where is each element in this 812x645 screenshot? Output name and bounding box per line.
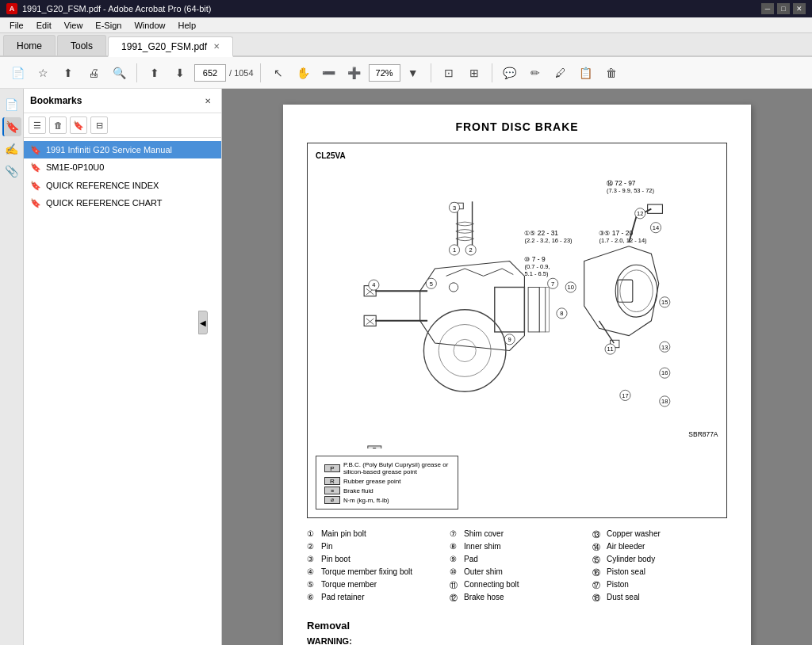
pen-button[interactable]: ✏ bbox=[524, 62, 546, 84]
svg-text:7: 7 bbox=[551, 281, 554, 288]
tab-tools[interactable]: Tools bbox=[57, 35, 106, 55]
prev-page-button[interactable]: ⬆ bbox=[144, 62, 166, 84]
svg-text:18: 18 bbox=[661, 398, 668, 405]
print-button[interactable]: 🖨 bbox=[82, 62, 105, 84]
title-bar-text: 1991_G20_FSM.pdf - Adobe Acrobat Pro (64… bbox=[22, 4, 761, 13]
part-name-1: Main pin bolt bbox=[321, 529, 366, 540]
part-item-13: ⑬ Copper washer bbox=[592, 529, 727, 540]
legend-clearfix: P P.B.C. (Poly Butyl Cuprysil) grease or… bbox=[316, 451, 718, 510]
svg-text:(7.3 - 9.9, 53 - 72): (7.3 - 9.9, 53 - 72) bbox=[607, 187, 655, 194]
close-button[interactable]: ✕ bbox=[793, 3, 806, 14]
zoom-in-button[interactable]: ➕ bbox=[343, 62, 366, 84]
toolbar-separator-1 bbox=[136, 63, 137, 82]
sidebar-close-button[interactable]: ✕ bbox=[201, 94, 215, 108]
toolbar-separator-4 bbox=[492, 63, 492, 82]
zoom-out-button[interactable]: ➖ bbox=[318, 62, 340, 84]
page-title: FRONT DISC BRAKE bbox=[307, 120, 727, 133]
zoom-dropdown-button[interactable]: ▼ bbox=[402, 62, 424, 84]
share-button[interactable]: ⬆ bbox=[57, 62, 79, 84]
next-page-button[interactable]: ⬇ bbox=[169, 62, 191, 84]
pdf-area[interactable]: FRONT DISC BRAKE CL25VA ⑭ 72 - 97 (7.3 -… bbox=[222, 89, 812, 645]
minimize-button[interactable]: ─ bbox=[761, 3, 774, 14]
legend-symbol-p: P bbox=[324, 464, 340, 472]
part-name-3: Pin boot bbox=[321, 555, 350, 566]
legend-row-1: P P.B.C. (Poly Butyl Cuprysil) grease or… bbox=[324, 461, 450, 475]
sidebar-header: Bookmarks ✕ bbox=[24, 89, 221, 113]
bookmark-icon-1: 🔖 bbox=[30, 145, 41, 155]
bookmark-item-4[interactable]: 🔖 QUICK REFERENCE CHART bbox=[24, 194, 221, 212]
bookmark-icon-2: 🔖 bbox=[30, 162, 41, 173]
comment-button[interactable]: 💬 bbox=[499, 62, 521, 84]
svg-text:③⑤ 17 - 20: ③⑤ 17 - 20 bbox=[599, 229, 633, 237]
part-item-8: ⑧ Inner shim bbox=[450, 542, 584, 553]
delete-bookmark-button[interactable]: 🗑 bbox=[49, 116, 67, 134]
stamp-button[interactable]: 📋 bbox=[575, 62, 597, 84]
bookmark-item-2[interactable]: 🔖 SM1E-0P10U0 bbox=[24, 158, 221, 176]
svg-text:10: 10 bbox=[568, 284, 574, 291]
tab-document[interactable]: 1991_G20_FSM.pdf ✕ bbox=[108, 36, 233, 57]
part-name-14: Air bleeder bbox=[607, 542, 645, 553]
svg-text:15: 15 bbox=[661, 299, 668, 306]
menu-view[interactable]: View bbox=[58, 19, 90, 32]
svg-text:①⑤ 22 - 31: ①⑤ 22 - 31 bbox=[524, 229, 558, 237]
bookmark-list: 🔖 1991 Infiniti G20 Service Manual 🔖 SM1… bbox=[24, 138, 221, 645]
main-area: 📄 🔖 ✍ 📎 Bookmarks ✕ ☰ 🗑 🔖 ⊟ 🔖 1991 Infin… bbox=[0, 89, 812, 645]
legend-symbol-nm: ⌀ bbox=[324, 496, 340, 504]
legend-text-fluid: Brake fluid bbox=[343, 487, 373, 494]
legend-symbol-fluid: ≡ bbox=[324, 487, 340, 494]
part-item-6: ⑥ Pad retainer bbox=[307, 593, 442, 604]
part-item-4: ④ Torque member fixing bolt bbox=[307, 567, 442, 578]
legend-text-p: P.B.C. (Poly Butyl Cuprysil) grease orsi… bbox=[343, 461, 448, 475]
menu-window[interactable]: Window bbox=[128, 19, 171, 32]
menu-edit[interactable]: Edit bbox=[30, 19, 58, 32]
new-bookmark-button[interactable]: 🔖 bbox=[70, 116, 87, 134]
svg-text:P: P bbox=[373, 446, 377, 448]
sidebar-collapse-button[interactable]: ◀ bbox=[198, 311, 208, 334]
new-button[interactable]: 📄 bbox=[6, 62, 29, 84]
fit-page-button[interactable]: ⊡ bbox=[438, 62, 460, 84]
page-number-input[interactable] bbox=[194, 64, 226, 82]
svg-text:14: 14 bbox=[653, 224, 659, 231]
menu-file[interactable]: File bbox=[3, 19, 30, 32]
full-screen-button[interactable]: ⊞ bbox=[463, 62, 485, 84]
menu-esign[interactable]: E-Sign bbox=[89, 19, 128, 32]
menu-help[interactable]: Help bbox=[172, 19, 203, 32]
part-item-12: ⑫ Brake hose bbox=[450, 593, 584, 604]
bookmark-options-button[interactable]: ⊟ bbox=[90, 116, 108, 134]
title-bar-controls: ─ □ ✕ bbox=[761, 3, 806, 14]
highlight-button[interactable]: 🖊 bbox=[550, 62, 572, 84]
brake-diagram: ⑭ 72 - 97 (7.3 - 9.9, 53 - 72) ①⑤ 22 - 3… bbox=[316, 163, 718, 448]
svg-text:SBR877A: SBR877A bbox=[688, 430, 718, 438]
bookmark-label-3: QUICK REFERENCE INDEX bbox=[46, 180, 159, 191]
toolbar-separator-3 bbox=[431, 63, 431, 82]
svg-rect-0 bbox=[316, 172, 718, 441]
bookmark-star-button[interactable]: ☆ bbox=[32, 62, 54, 84]
tab-home[interactable]: Home bbox=[3, 35, 56, 55]
search-button[interactable]: 🔍 bbox=[108, 62, 130, 84]
expand-all-button[interactable]: ☰ bbox=[29, 116, 46, 134]
attachments-panel-button[interactable]: 📎 bbox=[2, 162, 21, 181]
bookmark-item-3[interactable]: 🔖 QUICK REFERENCE INDEX bbox=[24, 177, 221, 194]
tab-close-button[interactable]: ✕ bbox=[213, 42, 220, 51]
hand-tool-button[interactable]: ✋ bbox=[293, 62, 315, 84]
pages-panel-button[interactable]: 📄 bbox=[2, 95, 21, 114]
bookmarks-panel-button[interactable]: 🔖 bbox=[2, 117, 21, 136]
maximize-button[interactable]: □ bbox=[777, 3, 790, 14]
cursor-tool-button[interactable]: ↖ bbox=[267, 62, 289, 84]
part-item-18: ⑱ Dust seal bbox=[592, 593, 727, 604]
part-item-15: ⑮ Cylinder body bbox=[592, 555, 727, 566]
bookmark-label-2: SM1E-0P10U0 bbox=[46, 162, 104, 173]
legend-text-nm: N·m (kg-m, ft-lb) bbox=[343, 497, 389, 504]
delete-button[interactable]: 🗑 bbox=[600, 62, 622, 84]
svg-text:5: 5 bbox=[430, 281, 433, 288]
svg-text:3: 3 bbox=[453, 204, 456, 212]
part-item-5: ⑤ Torque member bbox=[307, 580, 442, 591]
part-item-3: ③ Pin boot bbox=[307, 555, 442, 566]
bookmark-item-1[interactable]: 🔖 1991 Infiniti G20 Service Manual bbox=[24, 141, 221, 158]
legend-box: P P.B.C. (Poly Butyl Cuprysil) grease or… bbox=[316, 456, 458, 510]
signatures-panel-button[interactable]: ✍ bbox=[2, 139, 21, 158]
svg-text:(1.7 - 2.0, 12 - 14): (1.7 - 2.0, 12 - 14) bbox=[599, 237, 647, 244]
zoom-input[interactable] bbox=[369, 64, 400, 82]
part-name-12: Brake hose bbox=[464, 593, 504, 604]
part-name-10: Outer shim bbox=[464, 567, 503, 578]
